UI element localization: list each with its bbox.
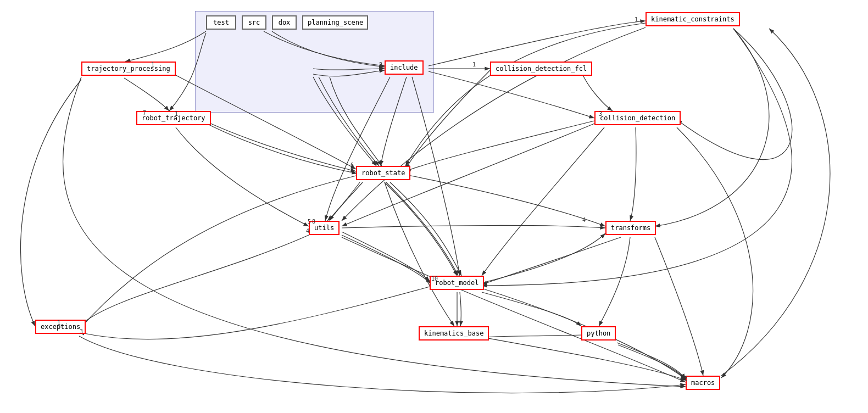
node-python: python — [581, 326, 616, 341]
node-robot-trajectory: robot_trajectory — [136, 111, 211, 125]
label-9: 10 — [431, 276, 438, 282]
node-include: include — [385, 60, 424, 75]
graph-container: test src dox planning_scene include kine… — [0, 0, 868, 413]
label-7: 7 — [143, 110, 146, 116]
node-kinematic-constraints: kinematic_constraints — [646, 12, 740, 26]
label-15: 5 — [308, 219, 311, 225]
label-11: 3 — [80, 328, 83, 334]
node-test: test — [206, 15, 236, 30]
label-5: 1 — [151, 62, 154, 68]
label-12: 2 — [684, 376, 687, 382]
label-13: 3 — [599, 111, 602, 117]
label-2: 2 — [379, 62, 382, 68]
label-6: 6 — [350, 162, 354, 168]
node-macros: macros — [686, 376, 720, 390]
label-1: 1 — [635, 16, 638, 23]
label-16: 4 — [306, 228, 309, 234]
node-exceptions: exceptions — [35, 320, 86, 334]
label-8: 8 — [312, 219, 315, 225]
node-collision-detection-fcl: collision_detection_fcl — [490, 62, 592, 76]
label-4: 1 — [175, 111, 178, 117]
node-src: src — [242, 15, 266, 30]
node-dox: dox — [272, 15, 297, 30]
node-planning-scene-inner: planning_scene — [302, 15, 368, 30]
label-10: 1 — [57, 320, 60, 326]
node-kinematics-base: kinematics_base — [419, 326, 489, 341]
label-3: 1 — [472, 62, 476, 68]
node-collision-detection: collision_detection — [594, 111, 681, 125]
node-transforms: transforms — [605, 221, 656, 235]
node-trajectory-processing: trajectory_processing — [81, 62, 176, 76]
label-14: 4 — [582, 217, 586, 223]
node-robot-state: robot_state — [356, 166, 410, 180]
